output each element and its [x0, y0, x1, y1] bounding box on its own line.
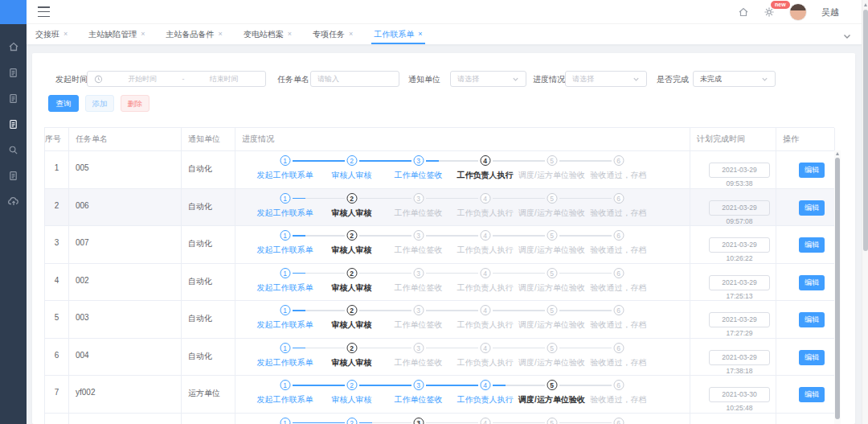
cell-plan-time: 2021-03-29 17:27:29 — [690, 301, 776, 338]
edit-button[interactable]: 编辑 — [799, 312, 825, 327]
sidebar-document-icon[interactable] — [0, 85, 27, 111]
cell-notify-unit: 自动化 — [182, 151, 235, 188]
task-name-label: 任务单名 — [277, 72, 309, 87]
cell-seq: 5 — [45, 301, 69, 338]
progress-step: 3 工作单位签收 — [385, 339, 452, 377]
tab[interactable]: 变电站档案 × — [243, 24, 293, 44]
chevron-down-icon[interactable] — [842, 30, 852, 39]
complete-select[interactable]: 未完成 — [693, 71, 776, 87]
header-progress: 进度情况 — [235, 128, 690, 150]
close-icon[interactable]: × — [63, 31, 68, 38]
scroll-up-icon[interactable] — [836, 152, 839, 155]
cell-actions: 编辑 — [776, 151, 835, 188]
header-seq: 序号 — [45, 128, 69, 150]
cell-plan-time: 2021-03-29 17:38:18 — [690, 339, 776, 376]
tab[interactable]: 主站备品备件 × — [166, 24, 223, 44]
step-label: 工作单位签收 — [395, 319, 443, 331]
step-label: 审核人审核 — [332, 319, 372, 331]
sidebar-cloud-upload-icon[interactable] — [0, 188, 27, 214]
tab[interactable]: 交接班 × — [35, 24, 68, 44]
sidebar-search-icon[interactable] — [0, 137, 27, 163]
close-icon[interactable]: × — [288, 31, 292, 38]
delete-button[interactable]: 删除 — [121, 95, 149, 112]
page-scrollbar-thumb[interactable] — [863, 10, 868, 251]
avatar[interactable] — [789, 3, 807, 21]
table-scrollbar-thumb[interactable] — [835, 158, 840, 419]
edit-button[interactable]: 编辑 — [799, 350, 825, 365]
edit-button[interactable]: 编辑 — [799, 275, 825, 290]
progress-select[interactable]: 请选择 — [565, 71, 647, 87]
date-range-picker[interactable]: 开始时间 - 结束时间 — [87, 71, 266, 87]
tab[interactable]: 主站缺陷管理 × — [88, 24, 145, 44]
step-label: 验收通过，存档 — [591, 394, 647, 405]
step-number-circle: 4 — [480, 305, 490, 315]
step-number-circle: 6 — [613, 380, 624, 390]
cell-progress: 1 发起工作联系单 2 审核人审核 3 工作单位签收 4 工作负责人执行 5 调… — [235, 226, 690, 263]
step-number-circle: 5 — [547, 380, 557, 390]
add-button[interactable]: 添加 — [85, 95, 114, 112]
tab[interactable]: 专项任务 × — [312, 24, 354, 44]
edit-button[interactable]: 编辑 — [799, 387, 825, 402]
step-number-circle: 6 — [613, 343, 624, 353]
tab[interactable]: 工作联系单 × — [373, 24, 423, 44]
close-icon[interactable]: × — [219, 31, 223, 38]
progress-step: 2 审核人审核 — [318, 376, 385, 414]
query-button[interactable]: 查询 — [48, 95, 79, 112]
table-header: 序号 任务单名 通知单位 进度情况 计划完成时间 操作 — [45, 128, 834, 151]
cell-task-name: 006 — [69, 189, 182, 226]
sidebar-home-icon[interactable] — [0, 34, 27, 60]
cell-progress: 1 发起工作联系单 2 审核人审核 3 工作单位签收 4 工作负责人执行 5 调… — [235, 414, 690, 424]
cell-task-name: yf002 — [69, 376, 182, 413]
new-badge: new — [771, 1, 790, 9]
step-label: 调度/运方单位验收 — [518, 208, 585, 219]
step-label: 工作单位签收 — [395, 282, 443, 294]
close-icon[interactable]: × — [349, 31, 353, 38]
tab-label: 交接班 — [35, 29, 59, 40]
notify-unit-select[interactable]: 请选择 — [450, 71, 526, 87]
tab-label: 工作联系单 — [374, 29, 414, 40]
step-label: 发起工作联系单 — [257, 319, 313, 331]
step-label: 审核人审核 — [332, 170, 372, 181]
step-label: 发起工作联系单 — [257, 245, 313, 256]
edit-button[interactable]: 编辑 — [799, 237, 825, 253]
hamburger-menu-icon[interactable] — [38, 6, 50, 17]
cell-actions: 编辑 — [776, 376, 835, 413]
step-label: 发起工作联系单 — [257, 394, 313, 405]
sidebar-document-icon[interactable] — [0, 163, 27, 188]
table-row: 5 003 自动化 1 发起工作联系单 2 审核人审核 3 工作单位签收 4 工… — [45, 301, 834, 339]
step-label: 工作负责人执行 — [457, 394, 514, 405]
scroll-up-icon[interactable] — [864, 3, 867, 6]
tab-label: 专项任务 — [313, 29, 345, 40]
user-name[interactable]: 吴越 — [821, 6, 839, 19]
progress-step: 5 调度/运方单位验收 — [518, 264, 585, 302]
close-icon[interactable]: × — [141, 31, 145, 38]
step-label: 发起工作联系单 — [257, 282, 313, 294]
step-number-circle: 3 — [413, 155, 424, 166]
date-separator: - — [182, 75, 185, 83]
table-row: 4 002 自动化 1 发起工作联系单 2 审核人审核 3 工作单位签收 4 工… — [45, 264, 834, 302]
notify-unit-value: 请选择 — [457, 74, 479, 84]
progress-step: 2 审核人审核 — [318, 226, 385, 264]
progress-step: 2 审核人审核 — [318, 189, 385, 227]
edit-button[interactable]: 编辑 — [799, 163, 825, 178]
tab-label: 变电站档案 — [244, 29, 284, 40]
notify-unit-label: 通知单位 — [408, 72, 440, 87]
progress-step: 4 工作负责人执行 — [452, 226, 518, 264]
progress-step: 5 调度/运方单位验收 — [518, 376, 585, 414]
step-label: 审核人审核 — [332, 394, 372, 405]
cell-actions: 编辑 — [776, 189, 835, 226]
edit-button[interactable]: 编辑 — [799, 200, 825, 216]
sidebar-document-icon[interactable] — [0, 60, 27, 85]
progress-value: 请选择 — [572, 74, 594, 84]
step-number-circle: 4 — [480, 380, 490, 390]
sidebar-document-icon[interactable] — [0, 111, 27, 137]
gear-icon[interactable]: new — [764, 6, 775, 18]
task-name-input[interactable] — [311, 72, 399, 86]
step-number-circle: 3 — [413, 343, 424, 353]
close-icon[interactable]: × — [418, 31, 422, 38]
home-icon[interactable] — [738, 6, 749, 18]
start-time-label: 发起时间 — [55, 72, 88, 87]
plan-time-box: 2021-03-29 17:25:13 — [709, 275, 770, 290]
cell-notify-unit: 运方单位 — [182, 376, 235, 413]
step-number-circle: 3 — [413, 418, 424, 424]
